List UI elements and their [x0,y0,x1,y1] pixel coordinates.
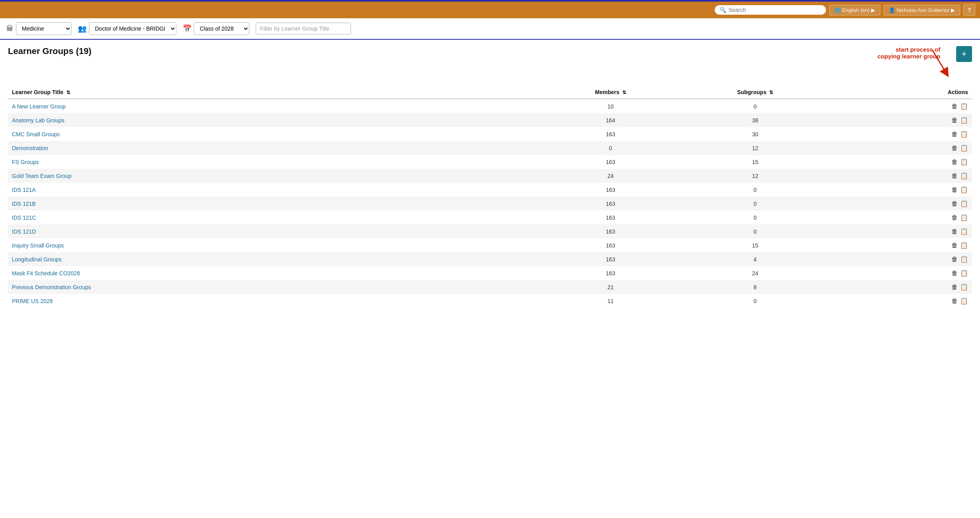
row-title[interactable]: IDS 121B [8,197,538,211]
user-button[interactable]: 👤 Nicholas Ann Gutierrez ▶ [884,5,960,15]
copy-button[interactable]: 📋 [960,269,968,277]
copy-button[interactable]: 📋 [960,297,968,305]
delete-button[interactable]: 🗑 [951,214,958,221]
row-actions: 🗑 📋 [828,224,972,238]
row-title[interactable]: Longitudinal Groups [8,252,538,266]
col-subgroups[interactable]: Subgroups ⇅ [683,86,828,99]
row-actions: 🗑 📋 [828,113,972,127]
delete-button[interactable]: 🗑 [951,255,958,263]
delete-button[interactable]: 🗑 [951,186,958,193]
row-members: 24 [538,169,683,183]
chevron-right-icon: ▶ [951,7,955,13]
copy-button[interactable]: 📋 [960,228,968,235]
row-title[interactable]: IDS 121A [8,183,538,197]
delete-button[interactable]: 🗑 [951,130,958,138]
row-subgroups: 0 [683,197,828,211]
copy-button[interactable]: 📋 [960,130,968,138]
row-subgroups: 0 [683,294,828,308]
program-select[interactable]: Doctor of Medicine - BRIDGI [89,22,176,35]
row-title[interactable]: Mask Fit Schedule CO2028 [8,266,538,280]
title-filter [256,23,351,35]
row-subgroups: 0 [683,183,828,197]
program-filter: 👥 Doctor of Medicine - BRIDGI [78,22,176,35]
row-subgroups: 8 [683,280,828,294]
sort-title-icon: ⇅ [66,90,70,95]
row-subgroups: 38 [683,113,828,127]
delete-button[interactable]: 🗑 [951,144,958,152]
copy-button[interactable]: 📋 [960,102,968,110]
school-filter: 🏛 Medicine [6,22,71,35]
copy-button[interactable]: 📋 [960,214,968,221]
row-members: 10 [538,99,683,113]
top-nav: 🔍 🌐 English (en) ▶ 👤 Nicholas Ann Gutier… [0,0,980,18]
delete-button[interactable]: 🗑 [951,116,958,124]
row-members: 163 [538,266,683,280]
row-title[interactable]: Inquiry Small Groups [8,238,538,252]
row-actions: 🗑 📋 [828,197,972,211]
copy-button[interactable]: 📋 [960,283,968,291]
help-button[interactable]: ? [963,4,975,16]
row-subgroups: 24 [683,266,828,280]
row-title[interactable]: A New Learner Group [8,99,538,113]
page-title: Learner Groups (19) [8,46,91,56]
row-members: 21 [538,280,683,294]
table-row: A New Learner Group100 🗑 📋 [8,99,972,113]
delete-button[interactable]: 🗑 [951,172,958,180]
delete-button[interactable]: 🗑 [951,228,958,235]
row-title[interactable]: Gold Team Exam Group [8,169,538,183]
row-title[interactable]: CMC Small Groups [8,127,538,141]
copy-button[interactable]: 📋 [960,158,968,166]
table-header: Learner Group Title ⇅ Members ⇅ Subgroup… [8,86,972,99]
page-header: Learner Groups (19) start process of cop… [8,46,972,78]
delete-button[interactable]: 🗑 [951,283,958,291]
table-row: CMC Small Groups16330 🗑 📋 [8,127,972,141]
svg-line-1 [932,50,946,73]
table-row: IDS 121C1630 🗑 📋 [8,211,972,224]
delete-button[interactable]: 🗑 [951,200,958,207]
filter-bar: 🏛 Medicine 👥 Doctor of Medicine - BRIDGI… [0,18,980,40]
row-title[interactable]: FS Groups [8,155,538,169]
delete-button[interactable]: 🗑 [951,158,958,166]
copy-button[interactable]: 📋 [960,242,968,249]
col-title[interactable]: Learner Group Title ⇅ [8,86,538,99]
row-title[interactable]: Demonstration [8,141,538,155]
globe-icon: 🌐 [834,7,841,13]
row-members: 163 [538,211,683,224]
row-actions: 🗑 📋 [828,280,972,294]
language-button[interactable]: 🌐 English (en) ▶ [829,5,880,15]
school-icon: 🏛 [6,25,14,33]
delete-button[interactable]: 🗑 [951,242,958,249]
delete-button[interactable]: 🗑 [951,102,958,110]
program-icon: 👥 [78,24,87,33]
row-title[interactable]: Anatomy Lab Groups [8,113,538,127]
title-filter-input[interactable] [256,23,351,35]
row-members: 11 [538,294,683,308]
copy-button[interactable]: 📋 [960,200,968,207]
search-input[interactable] [729,7,821,13]
copy-button[interactable]: 📋 [960,144,968,152]
delete-button[interactable]: 🗑 [951,297,958,305]
copy-button[interactable]: 📋 [960,116,968,124]
copy-button[interactable]: 📋 [960,255,968,263]
delete-button[interactable]: 🗑 [951,269,958,277]
col-members[interactable]: Members ⇅ [538,86,683,99]
row-members: 163 [538,238,683,252]
row-title[interactable]: Previous Demonstration Groups [8,280,538,294]
row-title[interactable]: IDS 121C [8,211,538,224]
row-actions: 🗑 📋 [828,294,972,308]
copy-button[interactable]: 📋 [960,186,968,193]
row-title[interactable]: PRIME US 2028 [8,294,538,308]
row-title[interactable]: IDS 121D [8,224,538,238]
table-row: Mask Fit Schedule CO202816324 🗑 📋 [8,266,972,280]
copy-button[interactable]: 📋 [960,172,968,180]
annotation-arrow [869,46,956,78]
user-label: Nicholas Ann Gutierrez [897,7,949,13]
cohort-select[interactable]: Class of 2028 [194,22,249,35]
add-learner-group-button[interactable]: + [956,46,972,62]
row-actions: 🗑 📋 [828,169,972,183]
calendar-icon: 📅 [183,24,191,33]
search-box[interactable]: 🔍 [715,5,826,15]
sort-subgroups-icon: ⇅ [769,90,773,95]
row-subgroups: 15 [683,155,828,169]
school-select[interactable]: Medicine [16,22,71,35]
